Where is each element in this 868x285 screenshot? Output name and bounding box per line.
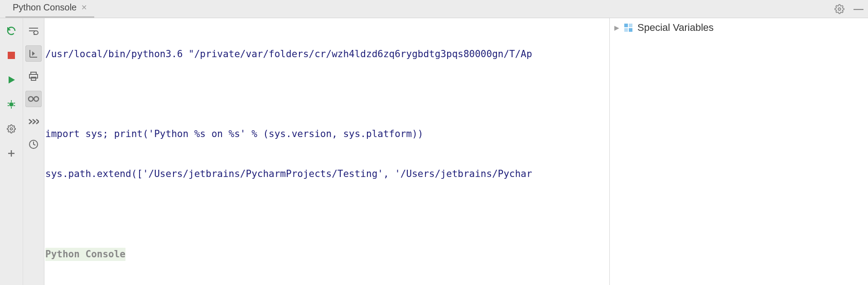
- svg-point-3: [9, 102, 13, 106]
- variables-pane: ▶ Special Variables: [610, 18, 868, 285]
- scroll-to-end-button[interactable]: [25, 45, 42, 62]
- python-console-window: Python Console ✕ —: [0, 0, 868, 285]
- body-area: /usr/local/bin/python3.6 "/private/var/f…: [0, 18, 868, 285]
- expand-icon[interactable]: ▶: [614, 24, 619, 31]
- tab-bar-right-controls: —: [834, 0, 863, 18]
- print-button[interactable]: [25, 68, 42, 84]
- rerun-button[interactable]: [4, 24, 19, 38]
- svg-point-19: [29, 97, 33, 101]
- console-line-syspath: sys.path.extend(['/Users/jetbrains/Pycha…: [44, 167, 609, 181]
- settings-button[interactable]: [4, 122, 19, 136]
- debug-button[interactable]: [4, 97, 19, 112]
- console-banner: Python Console: [45, 248, 125, 261]
- console-line-interpreter: /usr/local/bin/python3.6 "/private/var/f…: [44, 48, 609, 61]
- add-button[interactable]: [4, 146, 19, 161]
- svg-point-0: [838, 8, 841, 10]
- svg-marker-2: [9, 76, 15, 84]
- tab-python-console[interactable]: Python Console ✕: [5, 0, 94, 18]
- console-output[interactable]: /usr/local/bin/python3.6 "/private/var/f…: [44, 18, 610, 285]
- special-variables-node[interactable]: ▶ Special Variables: [614, 22, 863, 34]
- action-bar: [0, 18, 23, 285]
- tab-title: Python Console: [13, 2, 77, 13]
- svg-rect-22: [624, 24, 628, 27]
- svg-rect-1: [8, 52, 15, 59]
- close-icon[interactable]: ✕: [81, 4, 87, 11]
- tab-bar: Python Console ✕ —: [0, 0, 868, 18]
- run-button[interactable]: [4, 73, 19, 87]
- minimize-icon[interactable]: —: [854, 3, 863, 15]
- svg-point-20: [34, 97, 39, 101]
- execute-selection-button[interactable]: [25, 113, 42, 130]
- svg-rect-25: [629, 28, 632, 32]
- stop-button[interactable]: [4, 48, 19, 63]
- grid-icon: [624, 23, 633, 32]
- tool-bar: [23, 18, 44, 285]
- gear-icon[interactable]: [834, 4, 844, 14]
- show-variables-button[interactable]: [25, 91, 42, 107]
- special-variables-label: Special Variables: [637, 22, 714, 34]
- console-line-import: import sys; print('Python %s on %s' % (s…: [44, 128, 609, 141]
- softwrap-button[interactable]: [25, 23, 42, 39]
- svg-rect-24: [624, 28, 628, 32]
- svg-point-10: [10, 128, 13, 130]
- history-button[interactable]: [25, 136, 42, 152]
- svg-rect-23: [629, 24, 632, 27]
